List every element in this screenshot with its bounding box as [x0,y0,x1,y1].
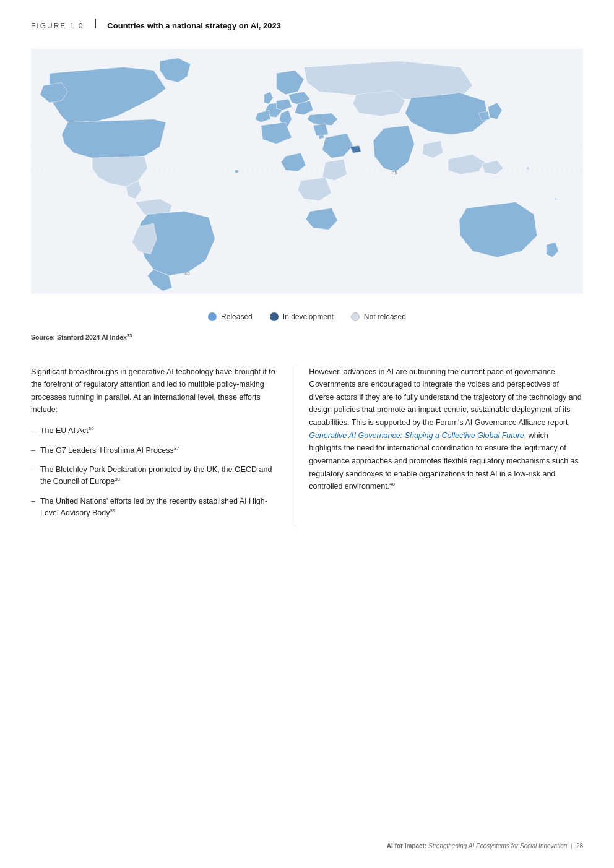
legend-development: In development [270,312,334,321]
bullet-item-3: – The Bletchley Park Declaration promote… [31,464,277,488]
map-legend: Released In development Not released [31,312,583,321]
world-map-svg: 40 F5 [31,41,583,301]
world-map-container: 40 F5 [31,41,583,301]
source-citation: Source: Stanford 2024 AI Index35 [31,332,583,341]
left-column: Significant breakthroughs in generative … [31,366,296,527]
sup-37: 37 [174,445,179,451]
footer-sep: | [571,843,573,849]
svg-text:F5: F5 [392,170,398,176]
dash-icon-3: – [31,464,35,488]
legend-dot-development [270,312,279,321]
footer-brand: AI for Impact: Strengthening AI Ecosyste… [387,843,567,849]
bullet-item-2: – The G7 Leaders' Hiroshima AI Process37 [31,445,277,457]
bullet-text-3: The Bletchley Park Declaration promoted … [40,464,277,488]
dash-icon-2: – [31,445,35,457]
right-column: However, advances in AI are outrunning t… [296,366,583,527]
left-intro: Significant breakthroughs in generative … [31,366,277,417]
legend-not-released: Not released [351,312,406,321]
figure-title: Countries with a national strategy on AI… [107,21,281,30]
source-sup: 35 [127,332,132,338]
legend-label-not-released: Not released [364,312,406,321]
figure-header: FIGURE 1 0 Countries with a national str… [31,19,583,30]
svg-text:40: 40 [184,271,190,277]
bullet-text-2: The G7 Leaders' Hiroshima AI Process37 [40,445,179,457]
svg-point-3 [554,198,556,200]
body-content: Significant breakthroughs in generative … [31,366,583,527]
sup-39: 39 [110,508,116,513]
footer-brand-name: AI for Impact: [387,843,426,849]
right-para-1: However, advances in AI are outrunning t… [309,367,582,428]
bullet-item-1: – The EU AI Act36 [31,425,277,437]
dash-icon-4: – [31,496,35,520]
sup-36: 36 [89,426,94,431]
page-footer: AI for Impact: Strengthening AI Ecosyste… [387,843,583,849]
right-para-2: , which highlights the need for internat… [309,431,579,491]
governance-link[interactable]: Generative AI Governance: Shaping a Coll… [309,431,524,440]
legend-label-released: Released [221,312,253,321]
bullet-text-1: The EU AI Act36 [40,425,94,437]
sup-40: 40 [389,481,395,487]
svg-point-2 [527,167,529,170]
right-para: However, advances in AI are outrunning t… [309,366,583,493]
source-prefix: Source: [31,333,55,341]
bullet-item-4: – The United Nations' efforts led by the… [31,496,277,520]
sup-38: 38 [115,476,120,482]
legend-dot-not-released [351,312,360,321]
legend-label-development: In development [283,312,334,321]
figure-divider [95,19,96,28]
figure-label: FIGURE 1 0 [31,22,84,30]
legend-dot-released [208,312,217,321]
page-number: 28 [576,843,583,849]
legend-released: Released [208,312,253,321]
dash-icon-1: – [31,425,35,437]
bullet-list: – The EU AI Act36 – The G7 Leaders' Hiro… [31,425,277,520]
page-container: FIGURE 1 0 Countries with a national str… [0,0,614,868]
bullet-text-4: The United Nations' efforts led by the r… [40,496,277,520]
source-body: Stanford 2024 AI Index35 [55,333,132,341]
